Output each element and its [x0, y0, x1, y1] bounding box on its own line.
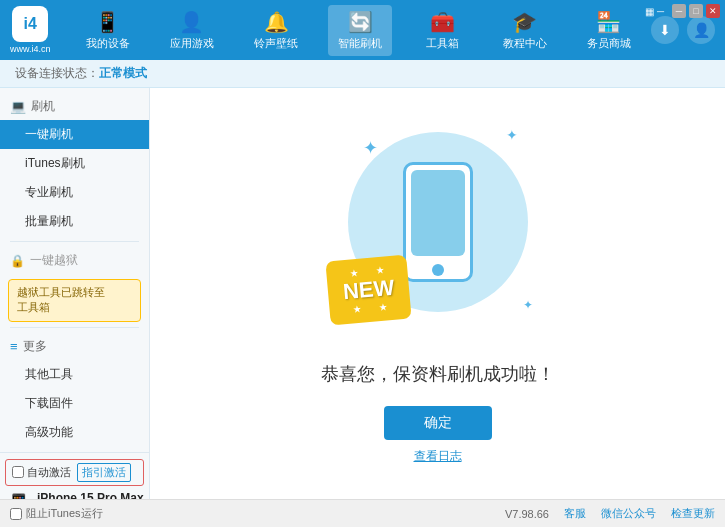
flash-section-icon: 💻: [10, 99, 26, 114]
nav-toolbox-label: 工具箱: [426, 36, 459, 51]
phone-illustration: ✦ ✦ ✦ ★ ★ NEW ★ ★: [338, 122, 538, 342]
logo-text: www.i4.cn: [10, 44, 51, 54]
activate-options-row: 自动激活 指引激活: [5, 459, 144, 486]
header-actions: ⬇ 👤: [651, 16, 715, 44]
log-link[interactable]: 查看日志: [414, 448, 462, 465]
bottom-bar: 阻止iTunes运行 V7.98.66 客服 微信公众号 检查更新: [0, 499, 725, 527]
sidebar-item-itunes-flash[interactable]: iTunes刷机: [0, 149, 149, 178]
ringtones-icon: 🔔: [264, 10, 289, 34]
status-value: 正常模式: [99, 65, 147, 82]
logo-icon: i4: [12, 6, 48, 42]
star-bl-icon: ★: [352, 304, 362, 316]
jailbreak-notice: 越狱工具已跳转至 工具箱: [8, 279, 141, 322]
status-label: 设备连接状态：: [15, 65, 99, 82]
sidebar-jailbreak-title: 🔒 一键越狱: [0, 247, 149, 274]
sidebar-item-download-firmware[interactable]: 下载固件: [0, 389, 149, 418]
nav-apps-games-label: 应用游戏: [170, 36, 214, 51]
confirm-button[interactable]: 确定: [384, 406, 492, 440]
tutorials-icon: 🎓: [512, 10, 537, 34]
nav-my-device[interactable]: 📱 我的设备: [76, 5, 140, 56]
user-button[interactable]: 👤: [687, 16, 715, 44]
logo: i4 www.i4.cn: [10, 6, 51, 54]
success-message: 恭喜您，保资料刷机成功啦！: [321, 362, 555, 386]
sidebar-item-batch-flash[interactable]: 批量刷机: [0, 207, 149, 236]
sidebar-item-one-key-flash[interactable]: 一键刷机: [0, 120, 149, 149]
my-device-icon: 📱: [95, 10, 120, 34]
nav-smart-flash[interactable]: 🔄 智能刷机: [328, 5, 392, 56]
itunes-control: 阻止iTunes运行: [10, 506, 505, 521]
block-itunes-label: 阻止iTunes运行: [26, 506, 103, 521]
close-button[interactable]: ✕: [706, 4, 720, 18]
sidebar-more-title: ≡ 更多: [0, 333, 149, 360]
more-section-icon: ≡: [10, 339, 18, 354]
maximize-button[interactable]: □: [689, 4, 703, 18]
nav-toolbox[interactable]: 🧰 工具箱: [412, 5, 472, 56]
device-name: iPhone 15 Pro Max: [37, 491, 144, 499]
sidebar-section-more: ≡ 更多 其他工具 下载固件 高级功能: [0, 333, 149, 447]
phone-body: [403, 162, 473, 282]
sidebar-item-advanced[interactable]: 高级功能: [0, 418, 149, 447]
nav: 📱 我的设备 👤 应用游戏 🔔 铃声壁纸 🔄 智能刷机 🧰 工具箱 🎓: [66, 5, 651, 56]
apps-games-icon: 👤: [179, 10, 204, 34]
version-info: V7.98.66: [505, 508, 549, 520]
guided-activate-label[interactable]: 指引激活: [77, 463, 131, 482]
check-update-link[interactable]: 检查更新: [671, 506, 715, 521]
sidebar-section-flash: 💻 刷机 一键刷机 iTunes刷机 专业刷机 批量刷机: [0, 93, 149, 236]
bottom-right-links: V7.98.66 客服 微信公众号 检查更新: [505, 506, 715, 521]
toolbox-icon: 🧰: [430, 10, 455, 34]
sidebar-section-jailbreak: 🔒 一键越狱 越狱工具已跳转至 工具箱: [0, 247, 149, 322]
minimize-button[interactable]: ─: [672, 4, 686, 18]
window-controls: ▦─ ─ □ ✕: [645, 4, 720, 18]
wifi-icon: ▦─: [645, 4, 664, 18]
sidebar-divider-2: [10, 327, 139, 328]
device-phone-icon: 📱: [5, 493, 32, 499]
phone-screen: [411, 170, 465, 256]
header: i4 www.i4.cn 📱 我的设备 👤 应用游戏 🔔 铃声壁纸 🔄 智能刷机: [0, 0, 725, 60]
sparkle-top-left-icon: ✦: [363, 137, 378, 159]
sidebar-divider-1: [10, 241, 139, 242]
jailbreak-label: 一键越狱: [30, 252, 78, 269]
nav-ringtones-label: 铃声壁纸: [254, 36, 298, 51]
sparkle-top-right-icon: ✦: [506, 127, 518, 143]
sparkle-bottom-right-icon: ✦: [523, 298, 533, 312]
nav-apps-games[interactable]: 👤 应用游戏: [160, 5, 224, 56]
customer-service-link[interactable]: 客服: [564, 506, 586, 521]
more-section-label: 更多: [23, 338, 47, 355]
block-itunes-checkbox[interactable]: [10, 508, 22, 520]
star-right-icon: ★: [374, 265, 384, 277]
sidebar-flash-title: 💻 刷机: [0, 93, 149, 120]
new-badge: ★ ★ NEW ★ ★: [325, 255, 412, 326]
nav-tutorials[interactable]: 🎓 教程中心: [493, 5, 557, 56]
sidebar: 💻 刷机 一键刷机 iTunes刷机 专业刷机 批量刷机 🔒 一键越狱: [0, 88, 150, 499]
nav-business[interactable]: 🏪 务员商城: [577, 5, 641, 56]
content-area: ✦ ✦ ✦ ★ ★ NEW ★ ★ 恭喜您，保资料刷机成功啦！ 确定 查看日志: [150, 88, 725, 499]
wechat-link[interactable]: 微信公众号: [601, 506, 656, 521]
auto-activate-label[interactable]: 自动激活: [12, 465, 71, 480]
nav-tutorials-label: 教程中心: [503, 36, 547, 51]
star-left-icon: ★: [349, 267, 359, 279]
phone-home-button: [432, 264, 444, 276]
auto-activate-checkbox[interactable]: [12, 466, 24, 478]
star-br-icon: ★: [378, 301, 388, 313]
sidebar-item-other-tools[interactable]: 其他工具: [0, 360, 149, 389]
sidebar-item-pro-flash[interactable]: 专业刷机: [0, 178, 149, 207]
nav-smart-flash-label: 智能刷机: [338, 36, 382, 51]
device-info-row: 📱 iPhone 15 Pro Max 512GB iPhone: [5, 491, 144, 499]
flash-section-label: 刷机: [31, 98, 55, 115]
nav-business-label: 务员商城: [587, 36, 631, 51]
status-bar: 设备连接状态： 正常模式: [0, 60, 725, 88]
download-button[interactable]: ⬇: [651, 16, 679, 44]
sidebar-device-section: 自动激活 指引激活 📱 iPhone 15 Pro Max 512GB iPho…: [0, 452, 149, 499]
business-icon: 🏪: [596, 10, 621, 34]
nav-my-device-label: 我的设备: [86, 36, 130, 51]
main-layout: 💻 刷机 一键刷机 iTunes刷机 专业刷机 批量刷机 🔒 一键越狱: [0, 88, 725, 499]
smart-flash-icon: 🔄: [348, 10, 373, 34]
lock-icon: 🔒: [10, 254, 25, 268]
nav-ringtones[interactable]: 🔔 铃声壁纸: [244, 5, 308, 56]
device-details: iPhone 15 Pro Max 512GB iPhone: [37, 491, 144, 499]
